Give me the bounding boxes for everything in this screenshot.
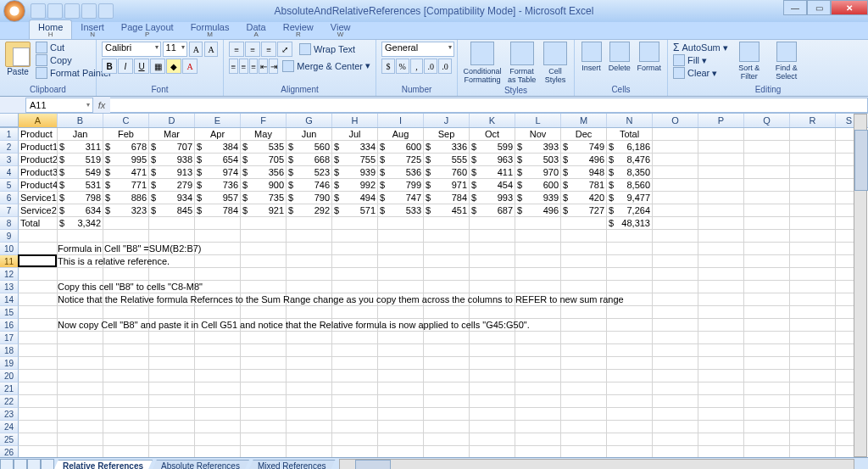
cell-O9[interactable]	[653, 230, 698, 243]
cell-B12[interactable]	[58, 268, 103, 281]
cell-F2[interactable]: $535	[241, 141, 287, 154]
cell-M3[interactable]: $496	[561, 154, 607, 166]
cell-A11[interactable]	[19, 255, 58, 268]
cell-B5[interactable]: $531	[58, 179, 103, 192]
cell-B7[interactable]: $634	[58, 204, 103, 217]
cell-I9[interactable]	[378, 230, 424, 243]
cell-K7[interactable]: $687	[470, 204, 515, 217]
cell-M10[interactable]	[561, 243, 607, 255]
cell-H6[interactable]: $494	[332, 192, 378, 204]
cell-N1[interactable]: Total	[607, 128, 653, 141]
cell-I24[interactable]	[378, 421, 424, 433]
cell-J26[interactable]	[424, 446, 470, 457]
cell-E19[interactable]	[195, 357, 241, 370]
cell-B15[interactable]	[58, 306, 103, 319]
cell-G22[interactable]	[287, 395, 332, 408]
cell-D11[interactable]	[149, 255, 195, 268]
worksheet-area[interactable]: ABCDEFGHIJKLMNOPQRS 1ProductJanFebMarApr…	[0, 114, 868, 457]
col-header-K[interactable]: K	[470, 114, 515, 127]
cell-H16[interactable]	[332, 319, 378, 332]
cell-I7[interactable]: $533	[378, 204, 424, 217]
cell-C2[interactable]: $678	[103, 141, 149, 154]
cell-L19[interactable]	[515, 357, 561, 370]
cell-B21[interactable]	[58, 382, 103, 395]
cell-O16[interactable]	[653, 319, 698, 332]
cell-N23[interactable]	[607, 408, 653, 421]
cell-J14[interactable]	[424, 293, 470, 306]
tab-formulas[interactable]: FormulasM	[182, 20, 238, 39]
merge-center-button[interactable]: Merge & Center ▾	[282, 59, 370, 73]
cell-R7[interactable]	[790, 204, 836, 217]
cell-P13[interactable]	[698, 281, 744, 293]
cell-M23[interactable]	[561, 408, 607, 421]
cell-H11[interactable]	[332, 255, 378, 268]
cell-K13[interactable]	[470, 281, 515, 293]
cell-D7[interactable]: $845	[149, 204, 195, 217]
cell-A10[interactable]	[19, 243, 58, 255]
cell-E11[interactable]	[195, 255, 241, 268]
cell-Q22[interactable]	[744, 395, 790, 408]
cell-B26[interactable]	[58, 446, 103, 457]
cell-M19[interactable]	[561, 357, 607, 370]
cell-L21[interactable]	[515, 382, 561, 395]
align-middle-button[interactable]: ≡	[245, 42, 260, 57]
col-header-C[interactable]: C	[103, 114, 149, 127]
cell-B17[interactable]	[58, 332, 103, 344]
row-header-26[interactable]: 26	[0, 446, 19, 457]
cell-B10[interactable]	[58, 243, 103, 255]
cell-G13[interactable]	[287, 281, 332, 293]
cell-B20[interactable]	[58, 370, 103, 382]
cell-H12[interactable]	[332, 268, 378, 281]
cell-A19[interactable]	[19, 357, 58, 370]
fill-button[interactable]: Fill ▾	[673, 54, 728, 66]
cell-A12[interactable]	[19, 268, 58, 281]
cell-L16[interactable]	[515, 319, 561, 332]
cell-P18[interactable]	[698, 344, 744, 357]
cell-H25[interactable]	[332, 433, 378, 446]
cell-H19[interactable]	[332, 357, 378, 370]
align-left-button[interactable]: ≡	[229, 59, 238, 74]
cell-O2[interactable]	[653, 141, 698, 154]
cell-O19[interactable]	[653, 357, 698, 370]
cell-A3[interactable]: Product2	[19, 154, 58, 166]
cell-Q19[interactable]	[744, 357, 790, 370]
cell-D9[interactable]	[149, 230, 195, 243]
autosum-button[interactable]: Σ AutoSum ▾	[673, 42, 728, 53]
tab-nav-last[interactable]	[41, 459, 54, 470]
cell-B11[interactable]	[58, 255, 103, 268]
cell-P7[interactable]	[698, 204, 744, 217]
cell-H5[interactable]: $992	[332, 179, 378, 192]
cell-E26[interactable]	[195, 446, 241, 457]
cell-K6[interactable]: $993	[470, 192, 515, 204]
align-bottom-button[interactable]: ≡	[261, 42, 276, 57]
cell-Q16[interactable]	[744, 319, 790, 332]
cell-E23[interactable]	[195, 408, 241, 421]
cell-B9[interactable]	[58, 230, 103, 243]
row-header-14[interactable]: 14	[0, 293, 19, 306]
cell-L15[interactable]	[515, 306, 561, 319]
cell-O22[interactable]	[653, 395, 698, 408]
cell-C17[interactable]	[103, 332, 149, 344]
row-header-8[interactable]: 8	[0, 217, 19, 230]
cell-Q8[interactable]	[744, 217, 790, 230]
row-header-25[interactable]: 25	[0, 433, 19, 446]
cell-I14[interactable]	[378, 293, 424, 306]
cell-Q20[interactable]	[744, 370, 790, 382]
cell-A20[interactable]	[19, 370, 58, 382]
cell-D16[interactable]	[149, 319, 195, 332]
cell-I17[interactable]	[378, 332, 424, 344]
col-header-J[interactable]: J	[424, 114, 470, 127]
cell-Q15[interactable]	[744, 306, 790, 319]
col-header-N[interactable]: N	[607, 114, 653, 127]
cell-P14[interactable]	[698, 293, 744, 306]
cell-G14[interactable]	[287, 293, 332, 306]
cell-I3[interactable]: $725	[378, 154, 424, 166]
cell-H26[interactable]	[332, 446, 378, 457]
cell-B23[interactable]	[58, 408, 103, 421]
cell-E16[interactable]	[195, 319, 241, 332]
cell-Q7[interactable]	[744, 204, 790, 217]
row-header-7[interactable]: 7	[0, 204, 19, 217]
cell-P26[interactable]	[698, 446, 744, 457]
cell-K12[interactable]	[470, 268, 515, 281]
cell-D23[interactable]	[149, 408, 195, 421]
